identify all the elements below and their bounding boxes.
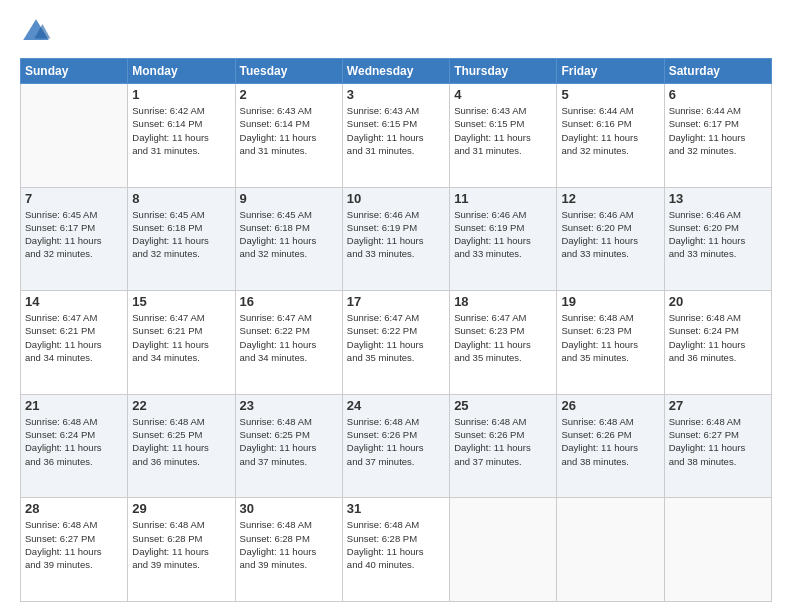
logo <box>20 16 56 48</box>
day-number: 22 <box>132 398 230 413</box>
calendar-cell: 11Sunrise: 6:46 AM Sunset: 6:19 PM Dayli… <box>450 187 557 291</box>
calendar-table: SundayMondayTuesdayWednesdayThursdayFrid… <box>20 58 772 602</box>
day-info: Sunrise: 6:48 AM Sunset: 6:27 PM Dayligh… <box>25 518 123 571</box>
calendar-cell: 24Sunrise: 6:48 AM Sunset: 6:26 PM Dayli… <box>342 394 449 498</box>
header <box>20 16 772 48</box>
day-info: Sunrise: 6:47 AM Sunset: 6:22 PM Dayligh… <box>240 311 338 364</box>
day-number: 23 <box>240 398 338 413</box>
calendar-cell: 2Sunrise: 6:43 AM Sunset: 6:14 PM Daylig… <box>235 84 342 188</box>
day-number: 17 <box>347 294 445 309</box>
calendar-cell: 17Sunrise: 6:47 AM Sunset: 6:22 PM Dayli… <box>342 291 449 395</box>
calendar-cell: 29Sunrise: 6:48 AM Sunset: 6:28 PM Dayli… <box>128 498 235 602</box>
calendar-cell: 26Sunrise: 6:48 AM Sunset: 6:26 PM Dayli… <box>557 394 664 498</box>
day-info: Sunrise: 6:44 AM Sunset: 6:17 PM Dayligh… <box>669 104 767 157</box>
day-number: 24 <box>347 398 445 413</box>
calendar-cell: 25Sunrise: 6:48 AM Sunset: 6:26 PM Dayli… <box>450 394 557 498</box>
day-number: 7 <box>25 191 123 206</box>
calendar-cell: 4Sunrise: 6:43 AM Sunset: 6:15 PM Daylig… <box>450 84 557 188</box>
day-info: Sunrise: 6:48 AM Sunset: 6:25 PM Dayligh… <box>132 415 230 468</box>
day-info: Sunrise: 6:47 AM Sunset: 6:21 PM Dayligh… <box>132 311 230 364</box>
day-info: Sunrise: 6:48 AM Sunset: 6:26 PM Dayligh… <box>454 415 552 468</box>
day-info: Sunrise: 6:48 AM Sunset: 6:28 PM Dayligh… <box>347 518 445 571</box>
weekday-header-friday: Friday <box>557 59 664 84</box>
calendar-cell: 23Sunrise: 6:48 AM Sunset: 6:25 PM Dayli… <box>235 394 342 498</box>
calendar-cell: 18Sunrise: 6:47 AM Sunset: 6:23 PM Dayli… <box>450 291 557 395</box>
calendar-cell: 28Sunrise: 6:48 AM Sunset: 6:27 PM Dayli… <box>21 498 128 602</box>
calendar-cell <box>450 498 557 602</box>
day-info: Sunrise: 6:45 AM Sunset: 6:18 PM Dayligh… <box>132 208 230 261</box>
page: SundayMondayTuesdayWednesdayThursdayFrid… <box>0 0 792 612</box>
calendar-cell: 20Sunrise: 6:48 AM Sunset: 6:24 PM Dayli… <box>664 291 771 395</box>
day-number: 8 <box>132 191 230 206</box>
day-info: Sunrise: 6:46 AM Sunset: 6:19 PM Dayligh… <box>347 208 445 261</box>
day-info: Sunrise: 6:48 AM Sunset: 6:26 PM Dayligh… <box>347 415 445 468</box>
day-info: Sunrise: 6:48 AM Sunset: 6:24 PM Dayligh… <box>25 415 123 468</box>
calendar-cell: 13Sunrise: 6:46 AM Sunset: 6:20 PM Dayli… <box>664 187 771 291</box>
calendar-cell <box>557 498 664 602</box>
day-number: 6 <box>669 87 767 102</box>
day-number: 3 <box>347 87 445 102</box>
calendar-week-row: 14Sunrise: 6:47 AM Sunset: 6:21 PM Dayli… <box>21 291 772 395</box>
day-number: 20 <box>669 294 767 309</box>
calendar-cell: 27Sunrise: 6:48 AM Sunset: 6:27 PM Dayli… <box>664 394 771 498</box>
weekday-header-tuesday: Tuesday <box>235 59 342 84</box>
day-info: Sunrise: 6:45 AM Sunset: 6:18 PM Dayligh… <box>240 208 338 261</box>
weekday-header-thursday: Thursday <box>450 59 557 84</box>
day-number: 12 <box>561 191 659 206</box>
day-info: Sunrise: 6:48 AM Sunset: 6:23 PM Dayligh… <box>561 311 659 364</box>
day-number: 25 <box>454 398 552 413</box>
day-number: 19 <box>561 294 659 309</box>
day-number: 11 <box>454 191 552 206</box>
day-info: Sunrise: 6:48 AM Sunset: 6:27 PM Dayligh… <box>669 415 767 468</box>
day-number: 29 <box>132 501 230 516</box>
calendar-cell: 19Sunrise: 6:48 AM Sunset: 6:23 PM Dayli… <box>557 291 664 395</box>
day-number: 28 <box>25 501 123 516</box>
day-number: 31 <box>347 501 445 516</box>
calendar-week-row: 7Sunrise: 6:45 AM Sunset: 6:17 PM Daylig… <box>21 187 772 291</box>
calendar-cell <box>664 498 771 602</box>
day-info: Sunrise: 6:43 AM Sunset: 6:15 PM Dayligh… <box>347 104 445 157</box>
calendar-cell: 14Sunrise: 6:47 AM Sunset: 6:21 PM Dayli… <box>21 291 128 395</box>
day-number: 10 <box>347 191 445 206</box>
day-info: Sunrise: 6:43 AM Sunset: 6:15 PM Dayligh… <box>454 104 552 157</box>
day-info: Sunrise: 6:48 AM Sunset: 6:24 PM Dayligh… <box>669 311 767 364</box>
calendar-cell: 1Sunrise: 6:42 AM Sunset: 6:14 PM Daylig… <box>128 84 235 188</box>
calendar-cell: 21Sunrise: 6:48 AM Sunset: 6:24 PM Dayli… <box>21 394 128 498</box>
day-info: Sunrise: 6:47 AM Sunset: 6:22 PM Dayligh… <box>347 311 445 364</box>
day-info: Sunrise: 6:48 AM Sunset: 6:28 PM Dayligh… <box>240 518 338 571</box>
calendar-cell: 9Sunrise: 6:45 AM Sunset: 6:18 PM Daylig… <box>235 187 342 291</box>
day-info: Sunrise: 6:48 AM Sunset: 6:28 PM Dayligh… <box>132 518 230 571</box>
calendar-cell: 15Sunrise: 6:47 AM Sunset: 6:21 PM Dayli… <box>128 291 235 395</box>
day-number: 4 <box>454 87 552 102</box>
day-number: 26 <box>561 398 659 413</box>
calendar-cell: 31Sunrise: 6:48 AM Sunset: 6:28 PM Dayli… <box>342 498 449 602</box>
calendar-header-row: SundayMondayTuesdayWednesdayThursdayFrid… <box>21 59 772 84</box>
weekday-header-sunday: Sunday <box>21 59 128 84</box>
day-number: 30 <box>240 501 338 516</box>
day-number: 14 <box>25 294 123 309</box>
calendar-cell: 22Sunrise: 6:48 AM Sunset: 6:25 PM Dayli… <box>128 394 235 498</box>
day-info: Sunrise: 6:46 AM Sunset: 6:19 PM Dayligh… <box>454 208 552 261</box>
calendar-cell: 8Sunrise: 6:45 AM Sunset: 6:18 PM Daylig… <box>128 187 235 291</box>
weekday-header-wednesday: Wednesday <box>342 59 449 84</box>
day-number: 16 <box>240 294 338 309</box>
calendar-cell: 10Sunrise: 6:46 AM Sunset: 6:19 PM Dayli… <box>342 187 449 291</box>
day-info: Sunrise: 6:48 AM Sunset: 6:26 PM Dayligh… <box>561 415 659 468</box>
day-number: 5 <box>561 87 659 102</box>
day-info: Sunrise: 6:47 AM Sunset: 6:23 PM Dayligh… <box>454 311 552 364</box>
weekday-header-monday: Monday <box>128 59 235 84</box>
weekday-header-saturday: Saturday <box>664 59 771 84</box>
calendar-cell: 30Sunrise: 6:48 AM Sunset: 6:28 PM Dayli… <box>235 498 342 602</box>
calendar-week-row: 28Sunrise: 6:48 AM Sunset: 6:27 PM Dayli… <box>21 498 772 602</box>
day-number: 2 <box>240 87 338 102</box>
calendar-cell: 6Sunrise: 6:44 AM Sunset: 6:17 PM Daylig… <box>664 84 771 188</box>
logo-icon <box>20 16 52 48</box>
day-number: 15 <box>132 294 230 309</box>
day-number: 9 <box>240 191 338 206</box>
day-number: 27 <box>669 398 767 413</box>
calendar-cell: 3Sunrise: 6:43 AM Sunset: 6:15 PM Daylig… <box>342 84 449 188</box>
day-number: 21 <box>25 398 123 413</box>
day-number: 1 <box>132 87 230 102</box>
calendar-cell: 7Sunrise: 6:45 AM Sunset: 6:17 PM Daylig… <box>21 187 128 291</box>
calendar-cell <box>21 84 128 188</box>
